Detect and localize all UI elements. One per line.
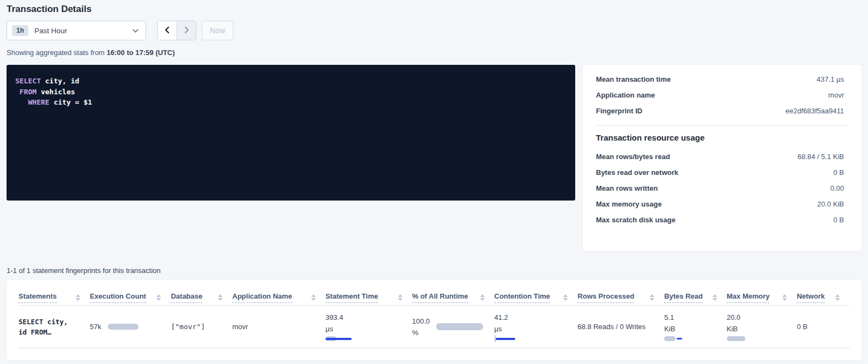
sort-icon	[76, 294, 80, 301]
column-header-rows-processed[interactable]: Rows Processed	[577, 287, 664, 306]
statement-time-barchart	[326, 336, 352, 342]
page-title: Transaction Details	[7, 4, 861, 15]
statement-link[interactable]: SELECT city, id FROM…	[19, 317, 81, 337]
network-cell: 0 B	[797, 306, 849, 348]
chevron-down-icon	[132, 27, 139, 34]
column-header-execution-count[interactable]: Execution Count	[90, 287, 171, 306]
contention-time-cell: 41.2 µs	[495, 306, 578, 348]
column-header-application-name[interactable]: Application Name	[232, 287, 326, 306]
stat-row: Max scratch disk usage 0 B	[596, 212, 848, 228]
transaction-details-page: Transaction Details 1h Past Hour Now S	[0, 4, 868, 360]
sort-icon	[782, 294, 787, 301]
previous-time-button[interactable]	[158, 21, 177, 40]
stat-row: Mean rows written 0.00	[596, 180, 848, 196]
rows-processed-cell: 68.8 Reads / 0 Writes	[577, 306, 664, 348]
statements-table: Statements Execution Count Database Appl…	[19, 287, 849, 348]
stat-value: ee2df683f5aa9411	[786, 107, 844, 115]
sql-statement-box: SELECT city, id FROM vehicles WHERE city…	[7, 65, 575, 201]
execution-count-value: 57k	[90, 323, 101, 331]
column-header-network[interactable]: Network	[797, 287, 849, 306]
stat-row: Mean transaction time 437.1 µs	[596, 71, 848, 87]
stat-value: movr	[828, 91, 844, 99]
runtime-pct-cell: 100.0 %	[412, 306, 495, 348]
aggregation-range-text: Showing aggregated stats from 16:00 to 1…	[7, 48, 861, 57]
time-controls: 1h Past Hour Now	[7, 21, 861, 40]
statement-cell: SELECT city, id FROM…	[19, 306, 90, 348]
stat-value: 20.0 KiB	[817, 200, 844, 208]
card-divider	[596, 125, 848, 126]
stat-label: Bytes read over network	[596, 168, 678, 177]
sort-icon	[156, 294, 161, 301]
table-header-row: Statements Execution Count Database Appl…	[19, 287, 849, 306]
stat-label: Application name	[596, 91, 655, 99]
stat-row: Fingerprint ID ee2df683f5aa9411	[596, 103, 848, 119]
sort-icon	[650, 294, 654, 301]
transaction-summary-card: Mean transaction time 437.1 µs Applicati…	[583, 65, 861, 251]
next-time-button[interactable]	[177, 21, 196, 40]
stat-value: 0.00	[830, 184, 844, 192]
stat-value: 437.1 µs	[817, 75, 844, 83]
statement-time-cell: 393.4 µs	[326, 306, 412, 348]
stat-row: Max memory usage 20.0 KiB	[596, 196, 848, 212]
time-interval-dropdown[interactable]: 1h Past Hour	[7, 21, 146, 40]
resource-usage-heading: Transaction resource usage	[596, 133, 848, 142]
statement-row: SELECT city, id FROM… 57k ["movr"] movr	[19, 306, 849, 348]
table-caption: 1-1 of 1 statement fingerprints for this…	[7, 266, 861, 275]
sort-icon	[713, 294, 717, 301]
sort-icon	[480, 294, 485, 301]
stat-value: 0 B	[833, 216, 844, 224]
chevron-right-icon	[182, 26, 191, 36]
application-name-cell: movr	[232, 306, 326, 348]
max-memory-barchart	[727, 336, 745, 342]
interval-label: Past Hour	[34, 27, 67, 35]
stat-label: Fingerprint ID	[596, 107, 642, 115]
database-cell: ["movr"]	[171, 306, 232, 348]
execution-count-cell: 57k	[90, 306, 171, 348]
bytes-read-cell: 5.1 KiB	[664, 306, 727, 348]
stat-label: Mean rows written	[596, 184, 658, 192]
stat-label: Mean transaction time	[596, 75, 671, 83]
now-button[interactable]: Now	[202, 21, 233, 40]
stat-label: Max memory usage	[596, 200, 662, 208]
stat-value: 0 B	[833, 168, 844, 177]
runtime-pct-bar	[436, 323, 483, 330]
execution-count-bar	[108, 324, 138, 330]
sort-icon	[563, 294, 568, 301]
chevron-left-icon	[163, 26, 172, 36]
interval-badge: 1h	[12, 25, 28, 36]
column-header-statements[interactable]: Statements	[19, 287, 90, 306]
column-header-database[interactable]: Database	[171, 287, 232, 306]
stat-label: Max scratch disk usage	[596, 216, 676, 224]
stat-value: 68.84 / 5.1 KiB	[798, 153, 844, 161]
stat-row: Mean rows/bytes read 68.84 / 5.1 KiB	[596, 149, 848, 165]
time-step-buttons	[157, 21, 196, 40]
column-header-runtime-pct[interactable]: % of All Runtime	[412, 287, 495, 306]
aggregation-range-prefix: Showing aggregated stats from	[7, 48, 107, 57]
stat-label: Mean rows/bytes read	[596, 153, 670, 161]
sort-icon	[311, 294, 316, 301]
stat-row: Bytes read over network 0 B	[596, 165, 848, 180]
aggregation-range-value: 16:00 to 17:59 (UTC)	[107, 48, 175, 57]
column-header-contention-time[interactable]: Contention Time	[495, 287, 578, 306]
contention-time-barchart	[495, 336, 515, 342]
sql-code: SELECT city, id FROM vehicles WHERE city…	[15, 76, 566, 108]
column-header-bytes-read[interactable]: Bytes Read	[664, 287, 727, 306]
column-header-max-memory[interactable]: Max Memory	[727, 287, 797, 306]
sort-icon	[398, 294, 402, 301]
stat-row: Application name movr	[596, 87, 848, 103]
sort-icon	[218, 294, 222, 301]
sort-icon	[835, 294, 840, 301]
statements-table-card: Statements Execution Count Database Appl…	[7, 280, 861, 360]
column-header-statement-time[interactable]: Statement Time	[326, 287, 412, 306]
bytes-read-barchart	[664, 336, 683, 342]
max-memory-cell: 20.0 KiB	[727, 306, 797, 348]
